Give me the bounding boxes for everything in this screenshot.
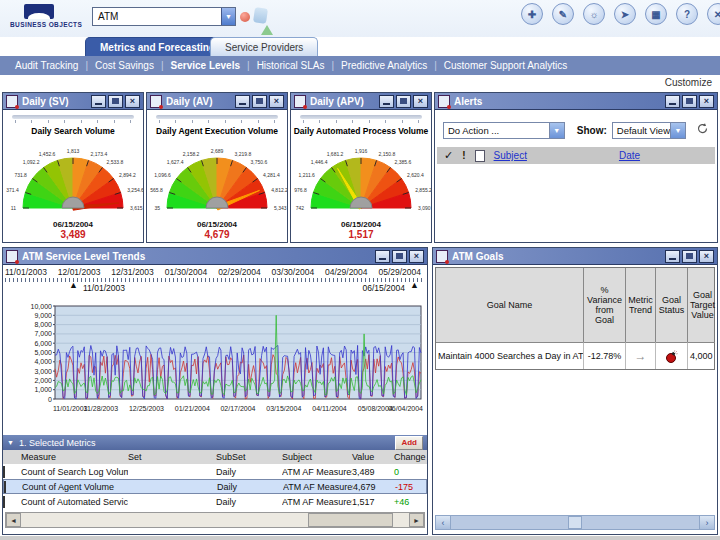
maximize-icon[interactable] xyxy=(252,95,267,108)
column-header-measure[interactable]: Measure xyxy=(21,452,128,462)
gauge-date: 06/15/2004 xyxy=(291,220,431,229)
cell-measure: Count of Search Log Volume xyxy=(21,467,128,477)
slider-end-handle[interactable]: ▲ xyxy=(410,280,419,290)
svg-text:12/25/2003: 12/25/2003 xyxy=(129,405,164,412)
metrics-horizontal-scrollbar[interactable]: ◄ ► xyxy=(5,512,425,528)
column-header-subject[interactable]: Subject xyxy=(282,452,352,462)
panel-title: ATM Service Level Trends xyxy=(22,251,373,262)
slider-start-handle[interactable]: ▲ xyxy=(69,280,78,290)
trend-line-chart: 01,0002,0003,0004,0005,0006,0007,0008,00… xyxy=(3,302,427,416)
series-color-swatch xyxy=(3,497,21,507)
tab-service-providers[interactable]: Service Providers xyxy=(210,37,318,57)
column-header-set[interactable]: Set xyxy=(128,452,216,462)
svg-text:3,750.6: 3,750.6 xyxy=(251,159,268,165)
document-icon[interactable] xyxy=(475,150,485,162)
svg-text:04/11/2004: 04/11/2004 xyxy=(312,405,347,412)
goals-row[interactable]: Maintain 4000 Searches a Day in ATM-12.7… xyxy=(436,342,714,369)
date-slider[interactable] xyxy=(156,115,278,119)
view-value: Default View xyxy=(613,125,670,136)
close-icon[interactable]: × xyxy=(125,95,140,108)
nav-item-historical-slas[interactable]: Historical SLAs xyxy=(250,60,332,71)
apps-grid-icon[interactable]: ▦ xyxy=(645,3,667,25)
maximize-icon[interactable] xyxy=(392,250,407,263)
svg-text:5,000: 5,000 xyxy=(34,349,52,356)
svg-text:11/01/2003: 11/01/2003 xyxy=(53,405,88,412)
scroll-left-icon[interactable]: ‹ xyxy=(436,516,451,529)
goals-horizontal-scrollbar[interactable]: ‹ › xyxy=(435,515,715,530)
metrics-row[interactable]: Count of Automated Service ..DailyATM AF… xyxy=(3,494,427,509)
column-header-subset[interactable]: SubSet xyxy=(216,452,282,462)
minimize-icon[interactable] xyxy=(379,95,394,108)
refresh-icon[interactable] xyxy=(696,121,709,139)
minimize-icon[interactable] xyxy=(665,250,680,263)
column-header-change[interactable]: Change xyxy=(394,452,427,462)
nav-item-customer-support-analytics[interactable]: Customer Support Analytics xyxy=(437,60,574,71)
context-selector[interactable]: ATM ▼ xyxy=(92,7,236,26)
metrics-row[interactable]: Count of Agent VolumeDailyATM AF Measure… xyxy=(3,479,427,494)
minimize-icon[interactable] xyxy=(665,95,680,108)
nav-item-predictive-analytics[interactable]: Predictive Analytics xyxy=(334,60,434,71)
maximize-icon[interactable] xyxy=(396,95,411,108)
maximize-icon[interactable] xyxy=(682,250,697,263)
minimize-icon[interactable] xyxy=(375,250,390,263)
time-slider-dates: 11/01/200312/01/200312/31/200301/30/2004… xyxy=(3,265,427,277)
svg-text:0: 0 xyxy=(48,396,52,403)
panel-header[interactable]: Daily (SV) × xyxy=(3,93,143,110)
scroll-right-icon[interactable]: › xyxy=(699,516,714,529)
customize-link[interactable]: Customize xyxy=(665,77,712,88)
panel-header[interactable]: Alerts × xyxy=(435,93,717,110)
sort-subject-link[interactable]: Subject xyxy=(494,150,527,161)
nav-item-cost-savings[interactable]: Cost Savings xyxy=(88,60,161,71)
svg-text:11: 11 xyxy=(11,205,16,211)
slider-tick-date: 12/31/2003 xyxy=(111,267,154,277)
nav-item-service-levels[interactable]: Service Levels xyxy=(164,60,248,71)
maximize-icon[interactable] xyxy=(682,95,697,108)
world-icon[interactable]: ☼ xyxy=(583,3,605,25)
maximize-icon[interactable] xyxy=(108,95,123,108)
metrics-row[interactable]: Count of Search Log VolumeDailyATM AF Me… xyxy=(3,464,427,479)
add-button[interactable]: Add xyxy=(395,436,423,450)
svg-text:01/21/2004: 01/21/2004 xyxy=(175,405,210,412)
nav-item-audit-tracking[interactable]: Audit Tracking xyxy=(8,60,85,71)
tab-metrics-and-forecasting[interactable]: Metrics and Forecasting xyxy=(85,37,230,57)
cell-change: -175 xyxy=(395,482,426,492)
column-header-value[interactable]: Value xyxy=(352,452,394,462)
svg-text:1,627.4: 1,627.4 xyxy=(167,159,184,165)
new-dashboard-icon[interactable]: ✚ xyxy=(521,3,543,25)
svg-text:1,446.4: 1,446.4 xyxy=(311,159,328,165)
scroll-right-icon[interactable]: ► xyxy=(409,513,424,527)
scroll-left-icon[interactable]: ◄ xyxy=(6,513,21,527)
sort-date-link[interactable]: Date xyxy=(619,150,640,161)
slider-end-label: 06/15/2004 xyxy=(362,283,405,293)
close-icon[interactable]: × xyxy=(413,95,428,108)
do-action-dropdown[interactable]: Do Action ... ▼ xyxy=(443,122,565,139)
close-icon[interactable]: ✕ xyxy=(707,3,720,25)
collapse-triangle-icon[interactable]: ▼ xyxy=(7,439,14,446)
exclamation-icon[interactable]: ! xyxy=(462,150,465,161)
document-icon[interactable]: ✎ xyxy=(552,3,574,25)
close-icon[interactable]: × xyxy=(409,250,424,263)
date-slider[interactable] xyxy=(300,115,422,119)
view-dropdown[interactable]: Default View ▼ xyxy=(612,122,686,139)
panel-header[interactable]: Daily (APV) × xyxy=(291,93,431,110)
date-slider[interactable] xyxy=(12,115,134,119)
close-icon[interactable]: × xyxy=(269,95,284,108)
panel-header[interactable]: ATM Service Level Trends × xyxy=(3,248,427,265)
svg-text:7,000: 7,000 xyxy=(34,330,52,337)
close-icon[interactable]: × xyxy=(699,95,714,108)
close-icon[interactable]: × xyxy=(699,250,714,263)
minimize-icon[interactable] xyxy=(91,95,106,108)
send-icon[interactable]: ➤ xyxy=(614,3,636,25)
scrollbar-thumb[interactable] xyxy=(308,513,393,527)
minimize-icon[interactable] xyxy=(235,95,250,108)
check-icon[interactable]: ✓ xyxy=(444,149,453,162)
top-bar: BUSINESS OBJECTS ATM ▼ ✚✎☼➤▦?✕ xyxy=(0,0,720,37)
help-icon[interactable]: ? xyxy=(676,3,698,25)
scrollbar-thumb[interactable] xyxy=(568,516,582,529)
panel-header[interactable]: Daily (AV) × xyxy=(147,93,287,110)
chevron-down-icon[interactable]: ▼ xyxy=(221,8,235,25)
panel-header[interactable]: ATM Goals × xyxy=(433,248,717,265)
selected-metrics-bar[interactable]: ▼ 1. Selected Metrics Add xyxy=(3,435,427,450)
cell-subset: Daily xyxy=(216,497,282,507)
svg-text:3,254.6: 3,254.6 xyxy=(127,187,143,193)
